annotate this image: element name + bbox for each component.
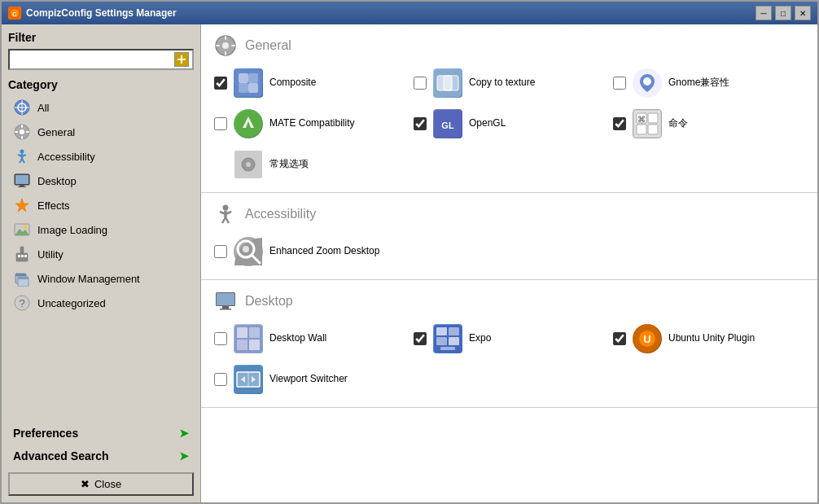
copy-to-texture-checkbox[interactable] — [414, 77, 427, 90]
svg-rect-23 — [18, 186, 26, 187]
svg-point-66 — [223, 205, 229, 211]
expo-icon — [433, 324, 462, 353]
sidebar-item-utility-label: Utility — [37, 248, 64, 261]
category-list: All General Accessibility — [8, 96, 194, 314]
desktop-section: Desktop Desktop Wall — [201, 280, 817, 408]
sidebar-item-uncategorized[interactable]: ? Uncategorized — [8, 291, 194, 314]
svg-rect-22 — [20, 185, 24, 186]
copy-to-texture-icon — [433, 68, 462, 98]
svg-rect-42 — [216, 45, 220, 46]
maximize-button[interactable]: □ — [775, 6, 791, 20]
all-icon — [13, 99, 31, 116]
svg-rect-27 — [20, 247, 24, 253]
opengl-checkbox[interactable] — [414, 117, 427, 130]
sidebar-item-accessibility[interactable]: Accessibility — [8, 145, 194, 168]
sidebar-item-all[interactable]: All — [8, 96, 194, 119]
search-input[interactable] — [13, 54, 174, 65]
command-icon: ⌘ — [633, 109, 662, 138]
svg-rect-46 — [248, 73, 258, 83]
general-opts-icon — [234, 150, 263, 179]
svg-rect-33 — [15, 274, 26, 276]
svg-rect-87 — [449, 327, 459, 335]
svg-rect-41 — [225, 51, 226, 55]
svg-rect-43 — [231, 45, 235, 46]
plugin-gnome-compat[interactable]: Gnome兼容性 — [613, 68, 804, 98]
window-close-button[interactable]: ✕ — [795, 6, 811, 20]
plugin-opengl[interactable]: GL OpenGL — [414, 109, 605, 138]
command-checkbox[interactable] — [613, 117, 626, 130]
copy-to-texture-label: Copy to texture — [469, 77, 535, 90]
gnome-compat-checkbox[interactable] — [613, 77, 626, 90]
sidebar-item-image-loading[interactable]: Image Loading — [8, 218, 194, 241]
general-section-title: General — [245, 38, 291, 53]
viewport-switcher-checkbox[interactable] — [214, 373, 227, 386]
accessibility-icon — [13, 147, 31, 165]
svg-rect-78 — [222, 306, 229, 309]
preferences-arrow-icon: ➤ — [179, 427, 189, 440]
enhanced-zoom-checkbox[interactable] — [214, 245, 227, 258]
svg-rect-3 — [181, 55, 182, 64]
svg-rect-77 — [217, 293, 234, 305]
filter-section: Filter — [8, 31, 194, 70]
minimize-button[interactable]: ─ — [755, 6, 772, 20]
svg-rect-12 — [15, 131, 18, 133]
mate-compat-checkbox[interactable] — [214, 117, 227, 130]
opengl-label: OpenGL — [469, 117, 506, 130]
svg-rect-40 — [225, 36, 226, 40]
sidebar-item-effects[interactable]: Effects — [8, 194, 194, 217]
svg-rect-31 — [24, 255, 27, 257]
advanced-search-label: Advanced Search — [13, 449, 109, 462]
sidebar-item-all-label: All — [37, 102, 49, 114]
svg-text:GL: GL — [441, 121, 454, 130]
svg-rect-35 — [18, 277, 28, 279]
general-section-icon — [214, 34, 237, 57]
svg-rect-84 — [249, 340, 260, 350]
svg-rect-44 — [234, 69, 262, 97]
advanced-search-item[interactable]: Advanced Search ➤ — [8, 446, 194, 466]
sidebar-item-window-management[interactable]: Window Management — [8, 267, 194, 290]
composite-checkbox[interactable] — [214, 77, 227, 90]
svg-point-9 — [20, 129, 24, 134]
sidebar-item-image-loading-label: Image Loading — [37, 224, 107, 236]
plugin-enhanced-zoom[interactable]: Enhanced Zoom Desktop — [214, 237, 405, 266]
desktop-wall-checkbox[interactable] — [214, 332, 227, 345]
accessibility-section-header: Accessibility — [214, 203, 804, 226]
plugin-desktop-wall[interactable]: Desktop Wall — [214, 324, 405, 353]
ubuntu-unity-checkbox[interactable] — [613, 332, 626, 345]
preferences-item[interactable]: Preferences ➤ — [8, 423, 194, 443]
plugin-ubuntu-unity[interactable]: U Ubuntu Unity Plugin — [613, 324, 804, 353]
sidebar-item-desktop[interactable]: Desktop — [8, 169, 194, 192]
plugin-composite[interactable]: Composite — [214, 68, 405, 98]
mate-compat-icon — [234, 109, 263, 138]
general-opts-label: 常规选项 — [269, 158, 309, 171]
expo-label: Expo — [469, 332, 491, 345]
plugin-command[interactable]: ⌘ 命令 — [613, 109, 804, 138]
plugin-copy-to-texture[interactable]: Copy to texture — [414, 68, 605, 98]
sidebar-item-utility[interactable]: Utility — [8, 243, 194, 265]
clear-search-button[interactable] — [174, 52, 189, 67]
category-section: Category All General — [8, 78, 194, 314]
plugin-mate-compat[interactable]: MATE Compatibility — [214, 109, 405, 138]
main-window: C CompizConfig Settings Manager ─ □ ✕ Fi… — [0, 0, 819, 504]
general-items-grid: Composite Copy to texture — [214, 68, 804, 179]
plugin-viewport-switcher[interactable]: Viewport Switcher — [214, 365, 405, 394]
titlebar: C CompizConfig Settings Manager ─ □ ✕ — [2, 2, 817, 24]
sidebar-item-uncategorized-label: Uncategorized — [37, 297, 106, 309]
image-loading-icon — [13, 221, 31, 239]
svg-rect-45 — [239, 73, 248, 83]
filter-label: Filter — [8, 31, 194, 44]
command-label: 命令 — [668, 117, 688, 130]
expo-checkbox[interactable] — [414, 332, 427, 345]
svg-line-71 — [226, 217, 229, 223]
desktop-section-header: Desktop — [214, 290, 804, 313]
right-panel[interactable]: General Composite — [201, 24, 817, 502]
titlebar-buttons: ─ □ ✕ — [755, 6, 811, 20]
svg-rect-47 — [239, 83, 248, 93]
close-button[interactable]: ✖ Close — [8, 472, 194, 496]
desktop-icon — [13, 172, 31, 190]
plugin-expo[interactable]: Expo — [414, 324, 605, 353]
utility-icon — [13, 245, 31, 263]
sidebar-item-general[interactable]: General — [8, 121, 194, 143]
svg-rect-11 — [21, 136, 23, 139]
plugin-general-opts[interactable]: 常规选项 — [214, 150, 405, 179]
